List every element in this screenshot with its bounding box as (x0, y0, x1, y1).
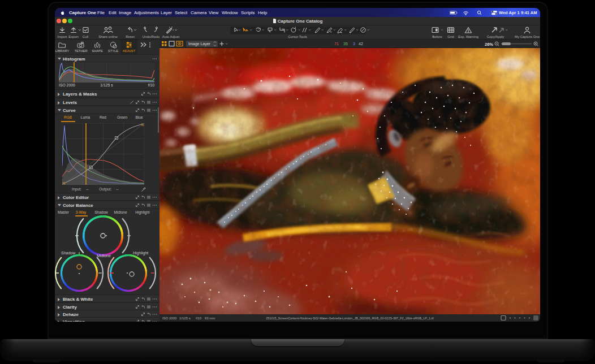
svg-text:Shadow: Shadow (61, 251, 76, 255)
svg-text:Midtone: Midtone (97, 254, 111, 258)
svg-text:Highlight: Highlight (133, 251, 148, 255)
